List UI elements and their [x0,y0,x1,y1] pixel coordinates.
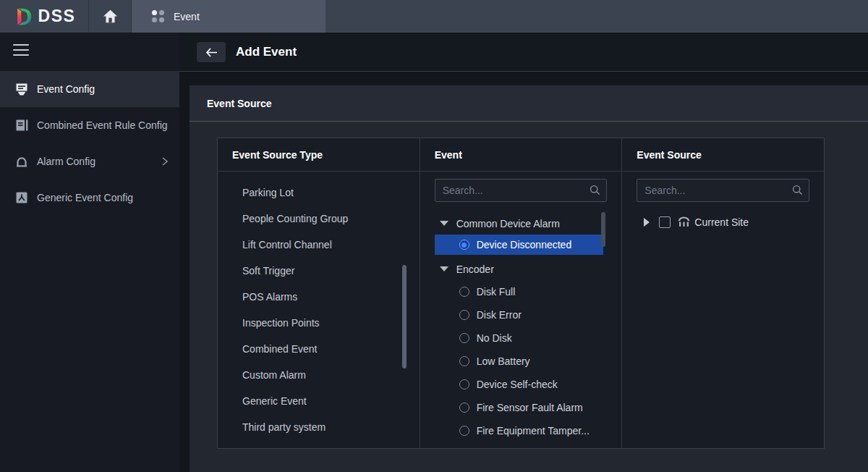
tree-item-label: Disk Error [477,309,522,321]
apps-grid-icon [152,10,164,22]
column-event: Event Common Device Alarm Devic [420,138,622,448]
back-arrow-icon [205,48,218,57]
event-source-panel: Event Source Event Source Type Parking L… [190,85,868,472]
sidebar-item-label: Alarm Config [37,156,95,167]
radio-unselected[interactable] [459,403,469,413]
tab-event[interactable]: Event [132,0,326,33]
logo-text: DSS [38,7,76,26]
tree-item-label: No Disk [477,332,512,344]
sidebar-item-label: Event Config [37,83,95,95]
tree-item-label: Device Self-check [477,379,558,390]
list-item[interactable]: Third party system [218,414,420,440]
tree-group-encoder[interactable]: Encoder [420,258,622,280]
list-item[interactable]: Inspection Points [218,310,420,336]
tree-item-label: Fire Equipment Tamper... [477,425,590,437]
app-logo: DSS [0,0,88,33]
site-icon [678,216,690,228]
column-title: Event Source Type [218,138,420,172]
home-button[interactable] [88,0,132,33]
selection-columns: Event Source Type Parking Lot People Cou… [217,138,825,449]
tree-group-common-device-alarm[interactable]: Common Device Alarm [420,212,622,235]
list-item[interactable]: People Counting Group [218,206,420,232]
combined-rule-icon [14,118,29,132]
list-item[interactable]: POS Alarms [218,284,420,310]
event-tree: Common Device Alarm Device Disconnected … [420,212,622,442]
caret-down-icon[interactable] [440,266,448,271]
tree-item-device-disconnected[interactable]: Device Disconnected [435,235,604,255]
source-search-input[interactable] [637,179,809,202]
column-event-source: Event Source [621,138,824,448]
generic-event-icon [14,190,29,205]
scrollbar-thumb[interactable] [402,265,407,368]
tree-item[interactable]: Fire Equipment Tamper... [420,419,622,442]
tree-item-label: Disk Full [477,286,516,298]
chevron-right-icon [162,157,168,166]
caret-right-icon[interactable] [644,218,650,227]
sidebar-item-label: Combined Event Rule Config [37,119,168,131]
search-icon [792,185,803,195]
event-config-icon [14,82,29,96]
radio-unselected[interactable] [459,379,469,389]
tree-item-label: Fire Sensor Fault Alarm [477,402,583,413]
dss-logo-icon [13,7,33,27]
sidebar-menu: Event Config Combined Event Rule Config … [0,71,179,216]
back-button[interactable] [197,42,226,62]
radio-unselected[interactable] [459,333,469,343]
panel-title: Event Source [190,85,868,122]
tree-item[interactable]: Disk Error [420,303,622,326]
dss-app-window: DSS Event Event Config [0,0,868,472]
sidebar-item-event-config[interactable]: Event Config [0,71,179,107]
tree-item[interactable]: No Disk [420,326,622,350]
search-icon [590,185,600,195]
tree-item-current-site[interactable]: Current Site [622,212,824,232]
list-item[interactable]: Parking Lot [218,180,420,206]
alarm-bell-icon [14,154,29,169]
sidebar-item-label: Generic Event Config [37,192,133,203]
page-title: Add Event [236,33,297,72]
checkbox-unchecked[interactable] [659,216,671,228]
column-title: Event Source [622,138,824,172]
event-search-input[interactable] [435,179,608,202]
radio-unselected[interactable] [459,287,469,297]
tree-group-label: Encoder [456,264,494,275]
list-item[interactable]: Combined Event [218,336,420,362]
home-icon [103,9,118,23]
sidebar-item-alarm-config[interactable]: Alarm Config [0,143,179,180]
tree-item-label: Current Site [694,216,749,228]
list-item[interactable]: Soft Trigger [218,258,420,284]
tree-item[interactable]: Fire Sensor Fault Alarm [420,396,622,419]
tree-item[interactable]: Low Battery [420,350,622,373]
source-type-list: Parking Lot People Counting Group Lift C… [218,172,420,440]
radio-unselected[interactable] [459,426,469,436]
tree-item[interactable]: Device Self-check [420,373,622,396]
list-item[interactable]: Generic Event [218,388,420,414]
sidebar-item-generic-event-config[interactable]: Generic Event Config [0,180,179,216]
radio-unselected[interactable] [459,310,469,320]
column-event-source-type: Event Source Type Parking Lot People Cou… [218,138,420,448]
radio-unselected[interactable] [459,356,469,366]
tab-event-label: Event [174,11,200,22]
list-item[interactable]: Lift Control Channel [218,232,420,258]
caret-down-icon[interactable] [440,221,448,226]
radio-selected[interactable] [459,240,469,250]
sidebar: Event Config Combined Event Rule Config … [0,33,179,472]
tree-item-label: Low Battery [477,355,530,367]
event-search [435,179,608,202]
tree-item[interactable]: Disk Full [420,280,622,303]
column-title: Event [420,138,622,172]
app-topbar: DSS Event [0,0,868,33]
scrollbar-thumb[interactable] [601,212,605,247]
menu-toggle-button[interactable] [13,44,29,56]
list-item[interactable]: Custom Alarm [218,362,420,388]
content-header: Add Event [179,33,868,72]
tree-group-label: Common Device Alarm [456,218,560,229]
source-search [637,179,809,202]
tree-item-label: Device Disconnected [477,239,572,250]
sidebar-item-combined-event-rule-config[interactable]: Combined Event Rule Config [0,107,179,143]
